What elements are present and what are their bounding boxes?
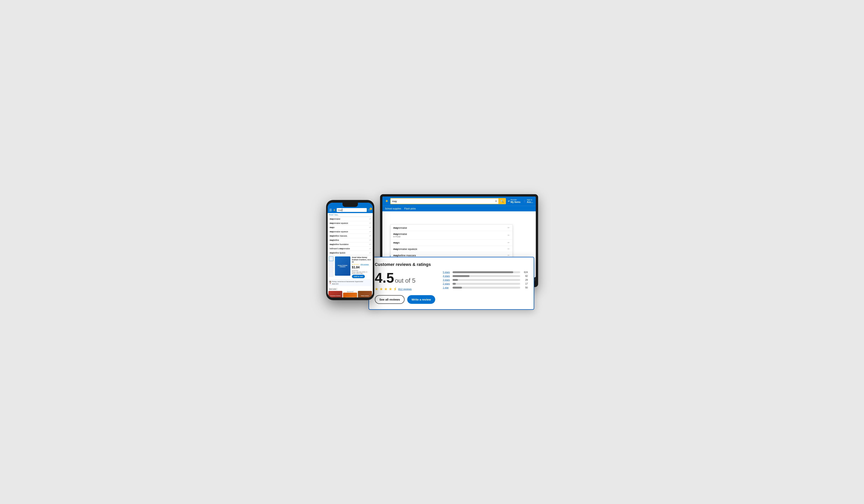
- phone-product-box-text: Honey Graham Crackers: [335, 264, 350, 268]
- dropdown-item-mayonnaise[interactable]: mayonnaise ↗: [391, 225, 513, 231]
- 3-stars-bar-container: [453, 279, 520, 281]
- phone-dropdown-mayonnaise[interactable]: mayonnaise ↗: [328, 217, 373, 221]
- 5-stars-link[interactable]: 5 stars: [443, 271, 451, 273]
- phone-pickup-info: 🏬 Pickup, tomorrow at Sacramento Superce…: [329, 281, 371, 282]
- dropdown-item-mayo[interactable]: mayo ↗: [391, 239, 513, 246]
- dropdown-item-mayonnaise-food[interactable]: mayonnaise in Food ↗: [391, 231, 513, 239]
- phone-dropdown-maybelline-foundation[interactable]: maybelline foundation ↗: [328, 242, 373, 247]
- 1-star-count: 50: [522, 286, 528, 289]
- phone-dropdown-mayonnaise-squeeze[interactable]: mayonnaise squeeze ↗: [328, 221, 373, 225]
- reviews-left-section: 4.5 out of 5 ★ ★ ★ ★ ⯨ 812 reviews See a…: [375, 271, 435, 304]
- phone-breadcrumb: Food / Sna...: [328, 213, 373, 217]
- phone-cart-badge: 0: [370, 208, 372, 210]
- phone-dropdown-arrow-3: ↗: [369, 226, 371, 229]
- person-icon: 👤: [523, 200, 526, 202]
- total-reviews-link[interactable]: 812 reviews: [398, 288, 412, 291]
- phone-add-to-cart-button[interactable]: Add to cart: [352, 275, 365, 278]
- star-bar-3: 3 stars 29: [443, 279, 528, 281]
- phone-cards-row: Cinnamon Graham + $1.84 12.8 ¢/oz Great …: [328, 291, 372, 297]
- reviews-content: 4.5 out of 5 ★ ★ ★ ★ ⯨ 812 reviews See a…: [375, 271, 528, 304]
- 2-stars-bar-fill: [453, 283, 456, 285]
- phone-notch: [343, 203, 358, 207]
- phone-product-cards-section: Best seller Cinnamon Graham + $1.84 12.8…: [328, 286, 373, 297]
- write-review-button[interactable]: Write a review: [407, 295, 435, 304]
- phone-dropdown-maybelline-lipstick[interactable]: maybelline lipstick ↗: [328, 251, 373, 255]
- phone-aisle-label: Aisle A23: [332, 283, 338, 285]
- phone-thumb-1[interactable]: [329, 256, 333, 261]
- phone-star-5: ☆: [359, 263, 360, 265]
- phone-search-bar[interactable]: may: [337, 208, 367, 212]
- phone-dropdown-maybelline-mascara[interactable]: maybelline mascara ↗: [328, 234, 373, 238]
- phone-dropdown-arrow-6: ↗: [369, 239, 371, 241]
- phone-breadcrumb-text: Food / Sna...: [329, 214, 339, 216]
- rating-out-of: out of 5: [395, 277, 416, 284]
- 3-stars-link[interactable]: 3 stars: [443, 279, 451, 281]
- phone-reviews-count-link[interactable]: 454 reviews: [361, 263, 369, 265]
- phone-pickup-label: Pickup, tomorrow at Sacramento Supercent…: [332, 281, 363, 282]
- star-4-icon: ★: [389, 287, 392, 291]
- 1-star-bar-container: [453, 287, 520, 288]
- phone-dropdown-mayo[interactable]: mayo ↗: [328, 225, 373, 230]
- nav-item-flash-picks[interactable]: Flash picks: [404, 207, 416, 211]
- sign-in-label: Sign In: [527, 199, 533, 201]
- phone-dropdown-arrow-1: ↗: [369, 218, 371, 220]
- phone-screen: ☰ ✦ may 🛒 0 Food / Sna...: [328, 203, 373, 297]
- phone-product-info: Great Value Honey Graham Crackers, 14.4 …: [352, 256, 372, 278]
- phone-card-image-3: Teddy Graham +: [358, 291, 372, 297]
- phone-product-price: $1.84: [352, 266, 372, 269]
- laptop-header: ✦ ✕ 🔍 ↩ Reorder My Items: [382, 197, 536, 206]
- phone-dropdown-arrow-4: ↗: [369, 231, 371, 233]
- star-bar-1: 1 star 50: [443, 286, 528, 289]
- 2-stars-link[interactable]: 2 stars: [443, 282, 451, 285]
- phone-dropdown-hellmanns[interactable]: hellmann's mayonnaise ↗: [328, 247, 373, 251]
- star-bar-2: 2 stars 17: [443, 282, 528, 285]
- phone-thumb-3[interactable]: [329, 267, 333, 271]
- scene: ✦ ✕ 🔍 ↩ Reorder My Items: [326, 194, 538, 310]
- 1-star-link[interactable]: 1 star: [443, 286, 451, 289]
- 4-stars-link[interactable]: 4 stars: [443, 275, 451, 278]
- star-1-icon: ★: [375, 287, 378, 291]
- phone-aisle-info: 📍 Aisle A23: [329, 283, 371, 285]
- rating-display: 4.5 out of 5: [375, 271, 435, 285]
- phone-dropdown-arrow-8: ↗: [369, 248, 371, 250]
- phone-dropdown-arrow-9: ↗: [369, 252, 371, 254]
- phone-product-title: Great Value Honey Graham Crackers, 14.4 …: [352, 256, 372, 263]
- phone-search-dropdown: mayonnaise ↗ mayonnaise squeeze ↗ mayo ↗…: [328, 217, 373, 255]
- phone-dropdown-arrow-5: ↗: [369, 235, 371, 237]
- phone-thumb-4[interactable]: [329, 272, 333, 276]
- sign-in-button[interactable]: 👤 Sign In Acc...: [523, 199, 533, 204]
- laptop-search-input[interactable]: [391, 199, 494, 204]
- 5-stars-bar-fill: [453, 271, 513, 273]
- star-5-icon: ⯨: [393, 287, 397, 291]
- phone-card-image-2: Animal Crackers +: [343, 293, 357, 297]
- phone-delivery-section: 🏬 Pickup, tomorrow at Sacramento Superce…: [328, 280, 373, 286]
- phone-dropdown-maybelline[interactable]: maybelline ↗: [328, 238, 373, 242]
- dropdown-item-mayonnaise-squeeze[interactable]: mayonnaise squeeze ↗: [391, 246, 513, 252]
- dropdown-arrow-icon: ↗: [507, 226, 511, 230]
- phone-menu-icon[interactable]: ☰: [329, 208, 332, 212]
- phone-cart-icon[interactable]: 🛒 0: [368, 208, 371, 211]
- reviews-right-section: 5 stars 624 4 stars 92 3 stars: [443, 271, 528, 290]
- pickup-icon: 🏬: [329, 281, 331, 282]
- phone-device: ☰ ✦ may 🛒 0 Food / Sna...: [326, 200, 374, 300]
- 5-stars-bar-container: [453, 271, 520, 273]
- phone-card-img-label-1: Cinnamon Graham: [330, 295, 340, 296]
- laptop-search-clear-button[interactable]: ✕: [494, 200, 499, 203]
- laptop-search-submit-button[interactable]: 🔍: [499, 198, 505, 204]
- see-all-reviews-button[interactable]: See all reviews: [375, 295, 405, 304]
- 3-stars-count: 29: [522, 279, 528, 281]
- reviews-title: Customer reviews & ratings: [375, 262, 528, 267]
- reorder-button[interactable]: ↩ Reorder My Items: [508, 199, 520, 204]
- phone-product-stars: ★ ★ ★ ★ ☆ 454 reviews: [352, 263, 372, 265]
- dropdown-subfood-label: in Food: [393, 235, 407, 238]
- phone-thumb-2[interactable]: [329, 262, 333, 266]
- 2-stars-bar-container: [453, 283, 520, 285]
- laptop-header-right: ↩ Reorder My Items 👤 Sign In Acc...: [508, 199, 533, 204]
- star-bar-5: 5 stars 624: [443, 271, 528, 273]
- phone-dropdown-squeeze2[interactable]: mayonnaise squeeze ↗: [328, 230, 373, 234]
- nav-item-school-supplies[interactable]: School supplies: [385, 207, 401, 211]
- 4-stars-bar-container: [453, 275, 520, 277]
- laptop-search-bar[interactable]: ✕ 🔍: [390, 198, 506, 204]
- phone-card-img-label-2: Animal Crackers: [346, 297, 355, 297]
- 1-star-bar-fill: [453, 287, 462, 288]
